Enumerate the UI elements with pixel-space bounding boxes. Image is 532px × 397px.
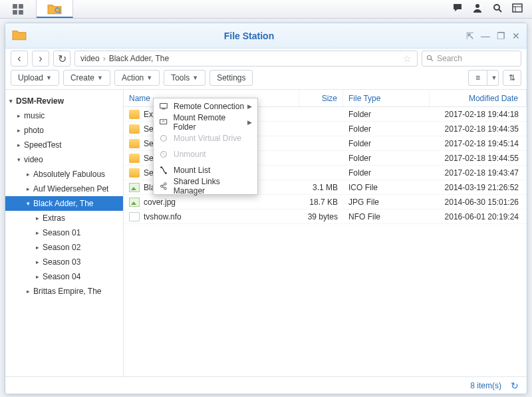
menu-label: Unmount: [174, 150, 206, 159]
tree-item[interactable]: ▸SpeedTest: [5, 138, 123, 152]
table-row[interactable]: cover.jpg18.7 KBJPG File2014-06-30 15:01…: [124, 195, 527, 209]
svg-rect-14: [160, 104, 168, 108]
favorite-star-icon[interactable]: ☆: [403, 53, 412, 64]
svg-rect-16: [160, 120, 167, 124]
tray-chat-icon[interactable]: [452, 3, 463, 16]
col-type[interactable]: File Type: [343, 90, 430, 106]
svg-point-20: [160, 166, 162, 168]
file-name: cover.jpg: [144, 198, 176, 207]
file-size: [299, 107, 343, 121]
file-date: 2017-02-18 19:44:35: [430, 122, 527, 136]
file-type: Folder: [343, 122, 430, 136]
svg-point-7: [494, 5, 499, 10]
file-date: 2017-02-18 19:45:14: [430, 136, 527, 150]
close-icon[interactable]: ✕: [512, 31, 520, 41]
breadcrumb[interactable]: video › Black Adder, The ☆: [74, 51, 418, 66]
file-size: [299, 122, 343, 136]
file-date: 2017-02-18 19:44:55: [430, 151, 527, 165]
file-date: 2017-02-18 19:44:18: [430, 107, 527, 121]
refresh-button[interactable]: ↻: [53, 51, 70, 66]
tree-item[interactable]: ▸Brittas Empire, The: [5, 284, 123, 299]
back-button[interactable]: ‹: [11, 51, 28, 66]
chevron-right-icon: ▶: [247, 119, 252, 126]
tray-user-icon[interactable]: [472, 3, 483, 16]
folder-tree: ▾DSM-Review▸music▸photo▸SpeedTest▾video▸…: [5, 90, 124, 376]
action-button[interactable]: Action▼: [114, 70, 160, 86]
col-size[interactable]: Size: [299, 90, 343, 106]
tree-item[interactable]: ▸Auf Wiedersehen Pet: [5, 182, 123, 196]
menu-item[interactable]: Mount Remote Folder▶: [154, 114, 257, 130]
svg-rect-3: [19, 10, 23, 15]
tree-item[interactable]: ▸Extras: [5, 211, 123, 225]
tree-item[interactable]: ▸Season 02: [5, 240, 123, 255]
file-type: Folder: [343, 151, 430, 165]
breadcrumb-part[interactable]: Black Adder, The: [109, 54, 170, 63]
menu-label: Mount Remote Folder: [173, 113, 247, 132]
view-dropdown-button[interactable]: ▼: [487, 70, 499, 86]
tree-item[interactable]: ▸photo: [5, 123, 123, 138]
reload-icon[interactable]: ↻: [511, 380, 519, 391]
tree-item[interactable]: ▸Season 04: [5, 269, 123, 284]
settings-button[interactable]: Settings: [209, 70, 253, 86]
filestation-window: File Station ⇱ — ❐ ✕ ‹ › ↻ video › Black…: [5, 23, 527, 394]
tree-item[interactable]: ▸music: [5, 108, 123, 123]
svg-line-26: [163, 187, 165, 188]
file-size: [299, 136, 343, 150]
taskbar-app-1[interactable]: [0, 0, 37, 18]
search-placeholder: Search: [437, 54, 462, 63]
svg-rect-1: [19, 4, 23, 9]
search-input[interactable]: Search: [422, 51, 521, 66]
taskbar-filestation[interactable]: [37, 0, 73, 18]
statusbar: 8 item(s) ↻: [5, 376, 527, 394]
folder-icon: [129, 154, 140, 163]
file-icon: [129, 212, 140, 221]
menu-item: Unmount: [154, 146, 257, 162]
file-date: 2017-02-18 19:43:47: [430, 166, 527, 180]
tools-button[interactable]: Tools▼: [164, 70, 205, 86]
tree-item[interactable]: ▸Season 01: [5, 225, 123, 240]
toolbar: Upload▼ Create▼ Action▼ Tools▼ Settings …: [5, 68, 527, 90]
app-icon: [12, 29, 27, 43]
disclosure-arrow-icon: ▸: [17, 112, 24, 119]
tray-panel-icon[interactable]: [512, 3, 523, 16]
table-row[interactable]: tvshow.nfo39 bytesNFO File2016-06-01 20:…: [124, 209, 527, 224]
disclosure-arrow-icon: ▸: [17, 142, 24, 148]
svg-line-13: [431, 59, 433, 61]
create-button[interactable]: Create▼: [63, 70, 110, 86]
tray-search-icon[interactable]: [492, 3, 503, 16]
folder-icon: [129, 168, 140, 178]
sort-button[interactable]: ⇅: [503, 70, 521, 86]
tree-item[interactable]: ▸Season 03: [5, 255, 123, 269]
breadcrumb-part[interactable]: video: [80, 54, 100, 63]
pin-icon[interactable]: ⇱: [466, 31, 474, 41]
view-list-button[interactable]: ≡: [468, 70, 487, 86]
menu-label: Remote Connection: [174, 102, 244, 111]
tree-label: Brittas Empire, The: [33, 287, 101, 296]
file-date: 2014-03-19 21:26:52: [430, 180, 527, 194]
minimize-icon[interactable]: —: [481, 31, 490, 41]
menu-item[interactable]: Remote Connection▶: [154, 98, 257, 114]
tree-label: Season 04: [43, 272, 80, 281]
upload-button[interactable]: Upload▼: [11, 70, 59, 86]
tree-item[interactable]: ▸Absolutely Fabulous: [5, 167, 123, 182]
disclosure-arrow-icon: ▾: [17, 156, 24, 163]
svg-line-8: [499, 9, 501, 12]
tree-label: Absolutely Fabulous: [33, 170, 105, 179]
maximize-icon[interactable]: ❐: [497, 31, 505, 41]
tree-item[interactable]: ▾video: [5, 152, 123, 167]
window-title: File Station: [32, 31, 466, 41]
tree-label: video: [24, 155, 43, 164]
os-taskbar: [0, 0, 532, 19]
tree-label: Black Adder, The: [33, 199, 94, 208]
tools-menu: Remote Connection▶Mount Remote Folder▶Mo…: [153, 98, 258, 195]
chevron-right-icon: ›: [103, 54, 106, 63]
menu-item: Mount Virtual Drive: [154, 130, 257, 146]
tree-label: Season 03: [43, 257, 80, 267]
menu-item[interactable]: Shared Links Manager: [154, 178, 257, 194]
forward-button[interactable]: ›: [32, 51, 49, 66]
svg-rect-15: [162, 109, 165, 110]
tree-item[interactable]: ▾Black Adder, The: [5, 196, 123, 211]
col-date[interactable]: Modified Date: [430, 90, 527, 106]
menu-item[interactable]: Mount List: [154, 162, 257, 178]
tree-item[interactable]: ▾DSM-Review: [5, 94, 123, 108]
